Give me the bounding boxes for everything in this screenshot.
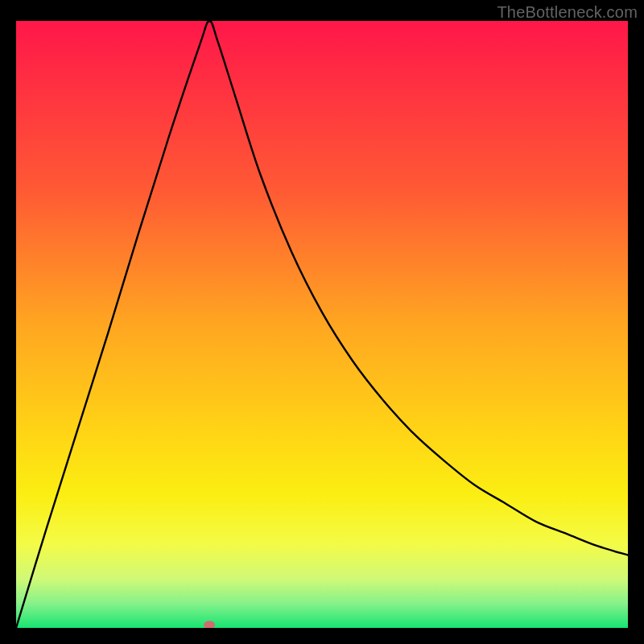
curve-layer — [16, 21, 628, 628]
plot-area — [16, 21, 628, 628]
bottleneck-chart: TheBottleneck.com — [0, 0, 644, 644]
bottleneck-curve-path — [16, 21, 628, 628]
minimum-marker — [204, 621, 215, 628]
watermark-label: TheBottleneck.com — [497, 3, 638, 22]
